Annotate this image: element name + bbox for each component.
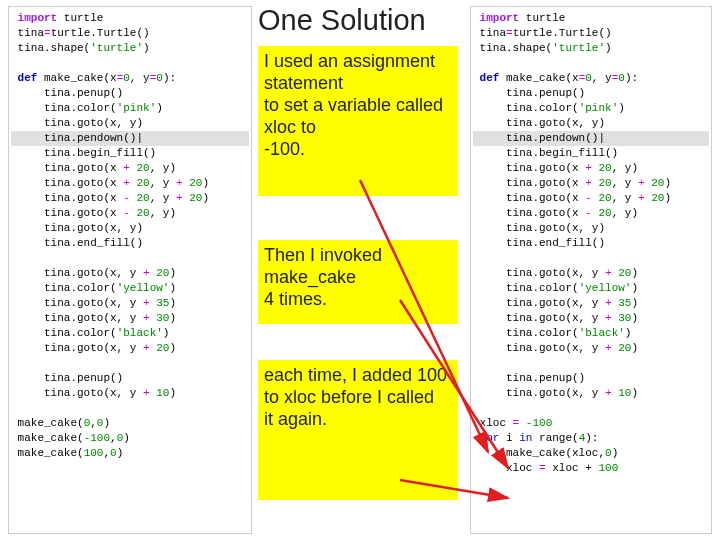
callout-assignment: I used an assignment statementto set a v… (258, 46, 458, 196)
callout-invoke: Then I invoked make_cake4 times. (258, 240, 458, 324)
code-panel-original: import turtle tina=turtle.Turtle() tina.… (8, 6, 252, 534)
callout-increment: each time, I added 100 to xloc before I … (258, 360, 458, 500)
code-panel-solution: import turtle tina=turtle.Turtle() tina.… (470, 6, 712, 534)
slide-title: One Solution (258, 4, 426, 37)
